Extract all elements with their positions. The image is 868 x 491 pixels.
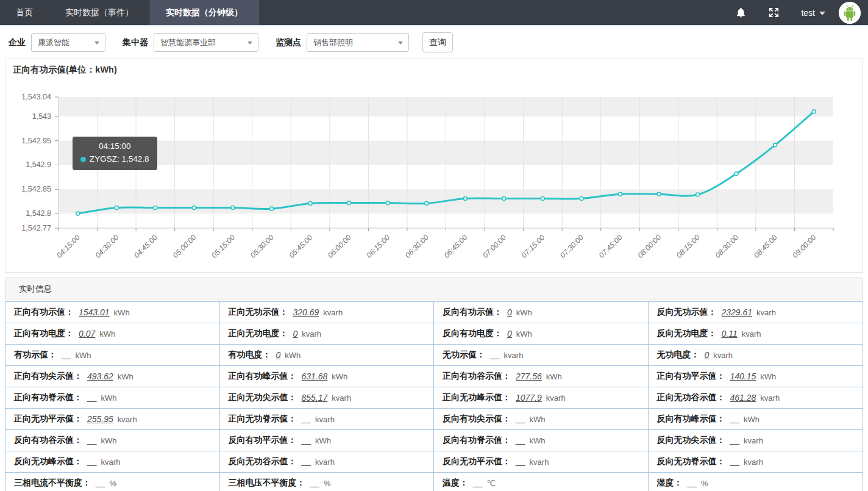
- info-cell: 反向有功尖示值：__kWh: [434, 409, 649, 430]
- info-value: __: [516, 435, 525, 445]
- info-label: 反向有功谷示值：: [14, 435, 82, 446]
- info-unit: kWh: [76, 351, 91, 360]
- info-value: 0: [507, 329, 512, 339]
- nav-tabs: 首页实时数据（事件）实时数据（分钟级）: [0, 0, 259, 25]
- user-menu[interactable]: test: [801, 8, 825, 18]
- info-cell: 反向无功脊示值：__kvarh: [649, 451, 863, 473]
- concentrator-select[interactable]: 智慧能源事业部: [154, 33, 258, 52]
- info-label: 反向有功峰示值：: [657, 414, 725, 425]
- chart-data-point: [502, 196, 506, 200]
- x-axis-label: 07:00:00: [481, 233, 508, 260]
- chart-data-point: [115, 206, 118, 210]
- info-value: __: [87, 435, 97, 445]
- info-cell: 反向有功峰示值：__kWh: [649, 409, 863, 430]
- info-unit: kvarh: [302, 329, 321, 339]
- info-value: __: [302, 414, 311, 424]
- x-axis-label: 05:00:00: [171, 233, 198, 260]
- info-label: 正向有功电度：: [14, 328, 74, 339]
- info-label: 反向无功尖示值：: [657, 435, 725, 446]
- info-label: 有功电度：: [229, 349, 271, 360]
- info-unit: kvarh: [744, 436, 763, 445]
- info-cell: 三相电压不平衡度：__%: [220, 473, 435, 491]
- info-cell: 反向无功电度：0.11kvarh: [649, 323, 863, 345]
- info-value: __: [87, 457, 97, 467]
- x-axis-label: 08:45:00: [752, 233, 779, 260]
- info-value: __: [87, 393, 97, 403]
- info-label: 正向无功平示值：: [14, 414, 82, 425]
- info-label: 反向无功脊示值：: [657, 456, 725, 467]
- x-axis-label: 06:00:00: [326, 233, 353, 260]
- info-label: 正向有功示值：: [14, 307, 74, 318]
- monitor-point-select[interactable]: 销售部照明: [307, 33, 409, 52]
- info-cell: 无功示值：__kvarh: [434, 345, 649, 366]
- info-unit: kWh: [516, 329, 532, 339]
- info-value: __: [96, 478, 105, 488]
- fullscreen-icon[interactable]: [768, 7, 780, 19]
- info-label: 正向无功示值：: [229, 307, 288, 318]
- info-unit: kWh: [530, 415, 546, 424]
- y-axis-label: 1,542.85: [21, 185, 51, 193]
- info-label: 反向有功脊示值：: [443, 435, 511, 446]
- info-cell: 正向有功平示值：140.15kWh: [649, 366, 863, 387]
- info-cell: 反向有功谷示值：__kWh: [5, 430, 220, 451]
- info-label: 有功示值：: [14, 349, 57, 360]
- info-value: __: [302, 435, 311, 445]
- chevron-down-icon: [247, 41, 252, 45]
- info-label: 三相电流不平衡度：: [14, 478, 91, 489]
- y-axis-label: 1,542.95: [21, 137, 51, 145]
- chart-data-point: [154, 206, 157, 210]
- info-value: 2329.61: [722, 307, 753, 317]
- tab-realtime-minute[interactable]: 实时数据（分钟级）: [150, 0, 259, 25]
- info-value: __: [730, 457, 740, 467]
- tab-realtime-event[interactable]: 实时数据（事件）: [49, 0, 150, 25]
- info-label: 正向有功尖示值：: [14, 371, 82, 382]
- info-value: 0: [276, 350, 281, 360]
- tooltip-series-value: ZYGSZ: 1,542.8: [90, 153, 149, 166]
- series-dot-icon: [80, 157, 86, 162]
- info-cell: 有功示值：__kWh: [5, 345, 220, 366]
- x-axis-label: 08:30:00: [713, 233, 740, 260]
- y-axis-label: 1,542.9: [26, 160, 51, 169]
- chart-data-point: [386, 201, 390, 205]
- x-axis-label: 08:00:00: [636, 233, 663, 260]
- info-cell: 三相电流不平衡度：__%: [5, 473, 220, 491]
- chart-panel: 正向有功示值(单位：kWh) 1,543.041,5431,542.951,54…: [5, 59, 863, 273]
- info-label: 反向有功平示值：: [229, 435, 297, 446]
- avatar[interactable]: [839, 2, 861, 24]
- info-unit: kWh: [101, 436, 117, 445]
- info-cell: 湿度：__%: [649, 473, 863, 491]
- info-label: 反向无功峰示值：: [14, 456, 82, 467]
- info-cell: 正向无功电度：0kvarh: [220, 323, 435, 345]
- query-button[interactable]: 查询: [422, 32, 453, 52]
- info-cell: 正向有功示值：1543.01kWh: [5, 302, 220, 323]
- info-label: 反向无功谷示值：: [229, 456, 297, 467]
- tab-home[interactable]: 首页: [0, 0, 49, 25]
- info-unit: kvarh: [315, 457, 335, 467]
- info-label: 湿度：: [657, 478, 683, 489]
- info-unit: kWh: [546, 372, 562, 381]
- info-cell: 正向无功峰示值：1077.9kvarh: [434, 387, 649, 409]
- info-value: __: [730, 414, 740, 424]
- info-cell: 正向无功尖示值：855.17kvarh: [220, 387, 435, 409]
- info-label: 反向有功尖示值：: [443, 414, 511, 425]
- info-unit: %: [324, 479, 331, 488]
- info-label: 正向无功峰示值：: [443, 392, 511, 403]
- info-value: 255.95: [87, 414, 113, 424]
- info-unit: kvarh: [504, 351, 524, 360]
- bell-icon[interactable]: [735, 7, 747, 19]
- info-unit: kvarh: [332, 393, 351, 403]
- info-value: __: [62, 350, 71, 360]
- info-cell: 正向无功平示值：255.95kvarh: [5, 409, 220, 430]
- filter-bar: 企业 康派智能 集中器 智慧能源事业部 监测点 销售部照明 查询: [0, 26, 868, 59]
- info-unit: ℃: [487, 479, 496, 488]
- app-root: 首页实时数据（事件）实时数据（分钟级） test: [0, 0, 868, 491]
- info-label: 正向有功谷示值：: [443, 371, 511, 382]
- info-cell: 有功电度：0kWh: [220, 345, 435, 366]
- info-table: 正向有功示值：1543.01kWh正向无功示值：320.69kvarh反向有功示…: [5, 301, 863, 491]
- concentrator-label: 集中器: [123, 37, 148, 48]
- info-value: 0: [293, 329, 298, 339]
- enterprise-select[interactable]: 康派智能: [31, 33, 105, 52]
- info-label: 正向无功脊示值：: [229, 414, 297, 425]
- info-label: 反向有功示值：: [443, 307, 502, 318]
- info-panel-title: 实时信息: [19, 284, 52, 293]
